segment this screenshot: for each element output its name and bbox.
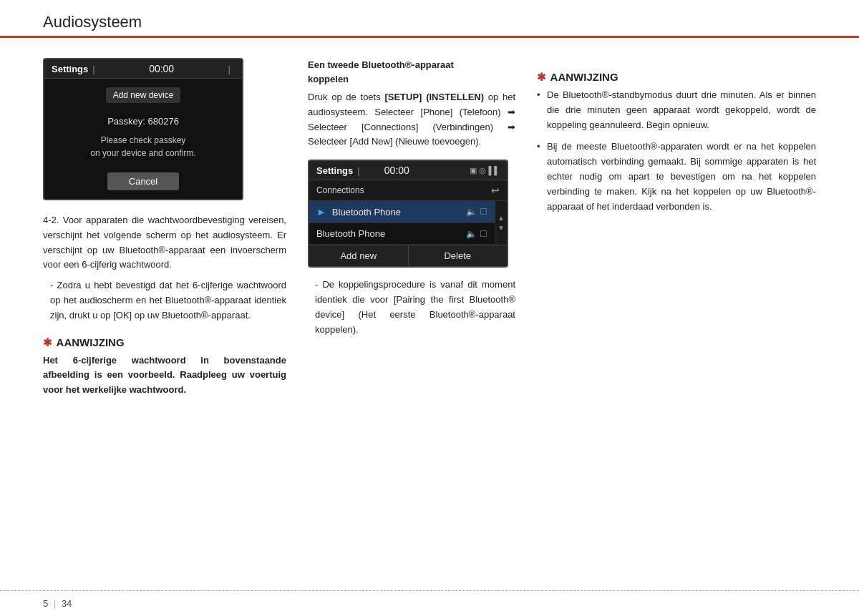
- conn-settings-label: Settings: [316, 165, 353, 176]
- conn-footer: Add new Delete: [309, 245, 507, 266]
- conn-row-2[interactable]: Bluetooth Phone 🔈 ☐: [309, 223, 495, 245]
- mid-intro-text: Druk op de toets [SETUP] (INSTELLEN) op …: [308, 90, 515, 150]
- aanwijzing-right: ✱ AANWIJZING De Bluetooth®-standbymodus …: [537, 71, 816, 214]
- add-new-btn[interactable]: Add new: [309, 245, 409, 266]
- screen1-add-new: Add new device: [106, 87, 181, 103]
- page-title: Audiosysteem: [43, 13, 142, 36]
- screen-header-1: Settings | 00:00 |: [44, 59, 242, 79]
- conn-row-1[interactable]: ► Bluetooth Phone 🔈 ☐: [309, 201, 495, 223]
- screen-connections: Settings | 00:00 ▣ ◎ ▌▌ Connections ↩ ► …: [308, 160, 508, 268]
- bullet-1: De Bluetooth®-standbymodus duurt drie mi…: [537, 88, 816, 132]
- screen-passkey: Settings | 00:00 | Add new device Passke…: [43, 58, 243, 200]
- conn-row-2-icons: 🔈 ☐: [466, 229, 487, 239]
- mid-section-title: Een tweede Bluetooth®-apparaat koppelen: [308, 58, 515, 86]
- screen1-cancel-btn[interactable]: Cancel: [107, 172, 179, 190]
- page-number: 5 | 34: [43, 598, 72, 609]
- bt-icon-1: ►: [316, 206, 326, 217]
- aanwijzing-left-title: ✱ AANWIJZING: [43, 336, 286, 349]
- screen1-body: Add new device Passkey: 680276 Please ch…: [44, 79, 242, 199]
- item-4-2: 4-2. Voor apparaten die wachtwoordbevest…: [43, 213, 286, 273]
- screen1-time: 00:00: [149, 63, 174, 74]
- conn-row-1-name: Bluetooth Phone: [332, 207, 466, 217]
- col-mid: Een tweede Bluetooth®-apparaat koppelen …: [308, 58, 515, 398]
- col-right: ✱ AANWIJZING De Bluetooth®-standbymodus …: [537, 58, 816, 398]
- screen1-check-msg: Please check passkey on your device and …: [54, 134, 232, 160]
- screen1-settings-label: Settings: [52, 64, 88, 74]
- scroll-down-arrow[interactable]: ▼: [498, 223, 505, 233]
- connections-label: Connections: [316, 185, 364, 195]
- dash-item-left: - Zodra u hebt bevestigd dat het 6-cijfe…: [43, 278, 286, 323]
- scroll-col: ▲ ▼: [495, 201, 507, 245]
- conn-row-2-name: Bluetooth Phone: [316, 228, 466, 239]
- page-footer: 5 | 34: [0, 590, 859, 616]
- scroll-up-arrow[interactable]: ▲: [498, 213, 505, 223]
- conn-back-btn[interactable]: ↩: [491, 185, 500, 196]
- page-header: Audiosysteem: [0, 0, 859, 38]
- star-icon-left: ✱: [43, 336, 52, 348]
- aanwijzing-right-bullets: De Bluetooth®-standbymodus duurt drie mi…: [537, 88, 816, 214]
- aanwijzing-right-title: ✱ AANWIJZING: [537, 71, 816, 84]
- dash-item-mid: - De koppelingsprocedure is vanaf dit mo…: [308, 278, 515, 337]
- aanwijzing-left: ✱ AANWIJZING Het 6-cijferige wachtwoord …: [43, 336, 286, 398]
- screen1-passkey: Passkey: 680276: [54, 116, 232, 127]
- star-icon-right: ✱: [537, 71, 546, 83]
- conn-time: 00:00: [384, 165, 409, 176]
- bullet-2: Bij de meeste Bluetooth®-apparaten wordt…: [537, 140, 816, 214]
- conn-header: Settings | 00:00 ▣ ◎ ▌▌: [309, 161, 507, 180]
- aanwijzing-left-body: Het 6-cijferige wachtwoord in bovenstaan…: [43, 353, 286, 398]
- delete-btn[interactable]: Delete: [409, 245, 508, 266]
- conn-status-icons: ▣ ◎ ▌▌: [470, 166, 500, 175]
- conn-rows-wrapper: ► Bluetooth Phone 🔈 ☐ Bluetooth Phone 🔈 …: [309, 201, 507, 245]
- main-content: Settings | 00:00 | Add new device Passke…: [0, 38, 859, 412]
- conn-sub-header: Connections ↩: [309, 180, 507, 201]
- col-left: Settings | 00:00 | Add new device Passke…: [43, 58, 286, 398]
- conn-row-1-icons: 🔈 ☐: [466, 207, 487, 217]
